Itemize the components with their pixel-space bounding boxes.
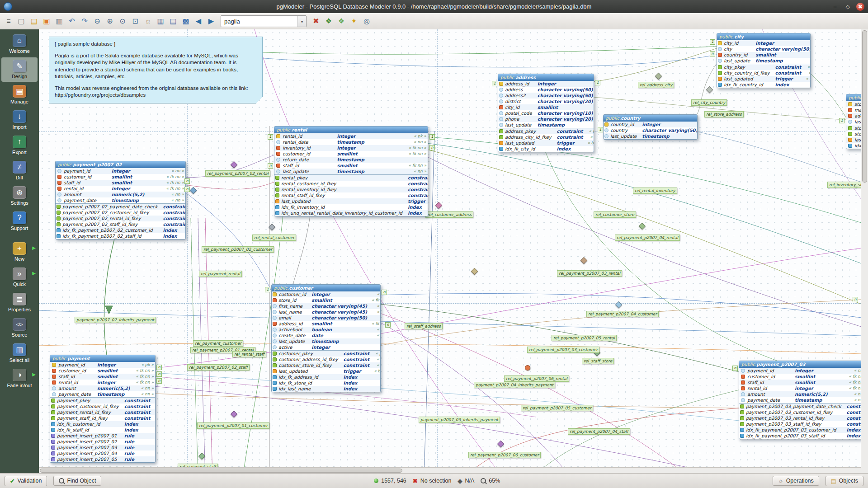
constraint-row-last_updated[interactable]: last_updatedtrigger« b u » — [274, 198, 428, 204]
constraint-row-payment_staff_id_fkey[interactable]: payment_staff_id_fkeyconstraint« fk » — [50, 415, 156, 421]
relationship-diamond[interactable] — [639, 223, 646, 230]
sidebar-item-manage[interactable]: ▤Manage — [1, 83, 38, 107]
column-row-address_id[interactable]: address_idsmallint« fk nn » — [846, 113, 861, 119]
relationship-diamond[interactable] — [615, 301, 623, 309]
vertical-scrollbar-thumb[interactable] — [862, 30, 867, 183]
relationship-diamond[interactable] — [580, 257, 588, 264]
table-header-city[interactable]: public.city — [717, 33, 810, 40]
constraint-row-idx_fk_payment_p2007_03_staff_id[interactable]: idx_fk_payment_p2007_03_staff_idindex — [739, 433, 861, 439]
relationship-diamond[interactable] — [190, 187, 197, 194]
constraint-row-payment_insert_p2007_02[interactable]: payment_insert_p2007_02rule« i i » — [50, 439, 156, 445]
table-rental[interactable]: public.rentalrental_idinteger« pk »renta… — [274, 126, 428, 216]
table-header-payment_p2007_02[interactable]: public.payment_p2007_02 — [56, 161, 185, 168]
zoom-original-button[interactable]: ⊙ — [117, 15, 128, 27]
relationship-label-rel_customer_store[interactable]: rel_customer_store — [594, 211, 636, 218]
relationship-label-rel_staff_store[interactable]: rel_staff_store — [582, 358, 614, 364]
relationship-label-rel_payment_p2007_03_customer[interactable]: rel_payment_p2007_03_customer — [527, 347, 599, 353]
model-note[interactable]: [ pagila sample database ]Pagila is a po… — [49, 37, 263, 103]
constraint-row-payment_pkey[interactable]: payment_pkeyconstraint« pk » — [50, 398, 156, 404]
constraint-row-rental_staff_id_fkey[interactable]: rental_staff_id_fkeyconstraint« fk » — [274, 192, 428, 198]
column-row-address2[interactable]: address2character varying(50) — [498, 93, 594, 99]
relationship-diamond[interactable] — [231, 161, 238, 169]
column-row-last_update[interactable]: last_updatetimestamp« nn » — [604, 133, 698, 139]
horizontal-scrollbar[interactable] — [39, 467, 861, 474]
constraint-row-address_pkey[interactable]: address_pkeyconstraint« pk » — [498, 128, 594, 134]
relationship-label-rel_payment_p2007_04_customer[interactable]: rel_payment_p2007_04_customer — [586, 311, 659, 317]
sidebar-item-import[interactable]: ↓Import — [1, 108, 38, 132]
column-row-country_id[interactable]: country_idinteger« pk » — [604, 122, 698, 127]
table-header-address[interactable]: public.address — [498, 74, 594, 81]
constraint-row-payment_p2007_03_payment_date_check[interactable]: payment_p2007_03_payment_date_checkconst… — [739, 404, 861, 409]
relationship-label-payment_p2007_03_inherits_payment[interactable]: payment_p2007_03_inherits_payment — [419, 417, 500, 423]
constraint-row-idx_fk_payment_p2007_03_customer_id[interactable]: idx_fk_payment_p2007_03_customer_idindex — [739, 427, 861, 433]
column-row-payment_date[interactable]: payment_datetimestamp« nn » — [739, 397, 861, 403]
column-row-amount[interactable]: amountnumeric(5,2)« nn » — [739, 391, 861, 397]
undo-button[interactable]: ↶ — [66, 15, 78, 27]
table-header-country[interactable]: public.country — [604, 115, 697, 122]
column-row-customer_id[interactable]: customer_idsmallint« fk nn » — [274, 151, 428, 157]
table-header-payment_p2007_03[interactable]: public.payment_p2007_03 — [739, 361, 861, 368]
constraint-row-last_updated[interactable]: last_updatedtrigger« b u » — [717, 76, 811, 82]
relationship-diamond[interactable] — [269, 224, 276, 231]
column-row-return_date[interactable]: return_datetimestamp — [274, 157, 428, 163]
constraint-row-idx_fk_staff_id[interactable]: idx_fk_staff_idindex« i i » — [50, 427, 156, 433]
objects-button[interactable]: ▤ Objects — [826, 476, 863, 486]
column-row-amount[interactable]: amountnumeric(5,2)« nn » — [56, 192, 185, 197]
relationship-label-rel_staff_address[interactable]: rel_staff_address — [405, 323, 443, 329]
relationship-label-rel_payment_p2007_05_customer[interactable]: rel_payment_p2007_05_customer — [521, 405, 593, 411]
table-payment[interactable]: public.paymentpayment_idinteger« pk »cus… — [50, 355, 156, 463]
constraint-row-payment_p2007_02_staff_id_fkey[interactable]: payment_p2007_02_staff_id_fkeyconstraint… — [56, 221, 186, 227]
constraint-row-idx_unq_rental_rental_date_inventory_id_customer_id[interactable]: idx_unq_rental_rental_date_inventory_id_… — [274, 210, 428, 216]
constraint-row-idx_fk_country_id[interactable]: idx_fk_country_idindex — [717, 82, 811, 88]
constraint-row-last_updated[interactable]: last_updatedtrigger« b u » — [846, 137, 861, 143]
plugin-config-button[interactable]: ❖ — [335, 15, 347, 27]
constraint-row-idx_fk_inventory_id[interactable]: idx_fk_inventory_idindex — [274, 204, 428, 210]
model-canvas[interactable]: rel_address_cityrel_city_countryrel_stor… — [39, 29, 861, 474]
constraint-row-payment_insert_p2007_05[interactable]: payment_insert_p2007_05rule« i i » — [50, 456, 156, 462]
column-row-address_id[interactable]: address_idsmallint« fk nn » — [272, 321, 381, 327]
column-row-rental_id[interactable]: rental_idinteger« fk nn » — [56, 186, 185, 192]
column-row-staff_id[interactable]: staff_idsmallint« fk nn » — [56, 180, 185, 186]
plugins-button[interactable]: ❖ — [323, 15, 335, 27]
relationship-label-rel_payment_rental[interactable]: rel_payment_rental — [199, 271, 242, 277]
constraint-row-customer_pkey[interactable]: customer_pkeyconstraint« pk » — [272, 351, 381, 357]
column-row-customer_id[interactable]: customer_idsmallint« fk nn » — [50, 368, 155, 374]
table-header-store[interactable]: public.store — [846, 94, 861, 101]
column-row-first_name[interactable]: first_namecharacter varying(45)« nn » — [272, 303, 381, 309]
relationship-label-rel_customer_address[interactable]: rel_customer_address — [425, 211, 473, 218]
column-row-postal_code[interactable]: postal_codecharacter varying(10) — [498, 110, 594, 116]
sidebar-item-source[interactable]: </>Source — [1, 316, 38, 340]
constraint-row-rental_customer_id_fkey[interactable]: rental_customer_id_fkeyconstraint« fk » — [274, 181, 428, 187]
column-row-staff_id[interactable]: staff_idsmallint« fk nn » — [50, 374, 155, 380]
column-row-customer_id[interactable]: customer_idinteger« pk » — [272, 291, 381, 297]
sql-tool-button[interactable]: ◎ — [361, 15, 373, 27]
relationship-diamond[interactable] — [198, 453, 206, 460]
table-header-payment[interactable]: public.payment — [50, 355, 155, 362]
column-row-last_update[interactable]: last_updatetimestamp« nn » — [846, 119, 861, 125]
relationship-label-rel_city_country[interactable]: rel_city_country — [691, 99, 727, 106]
constraint-row-idx_fk_payment_p2007_02_customer_id[interactable]: idx_fk_payment_p2007_02_customer_idindex — [56, 227, 186, 233]
previous-model-button[interactable]: ◀ — [193, 15, 204, 27]
relationship-label-rel_payment_customer[interactable]: rel_payment_customer — [193, 340, 243, 347]
constraint-row-store_manager_staff_id_fkey[interactable]: store_manager_staff_id_fkeyconstraint« f… — [846, 131, 861, 137]
column-row-staff_id[interactable]: staff_idsmallint« fk nn » — [739, 380, 861, 385]
constraint-row-payment_insert_p2007_03[interactable]: payment_insert_p2007_03rule« i i » — [50, 445, 156, 450]
column-row-active[interactable]: activeinteger — [272, 344, 381, 350]
find-object-button[interactable]: Find Object — [53, 476, 101, 486]
operations-button[interactable]: ☼ Operations — [773, 476, 819, 486]
column-row-customer_id[interactable]: customer_idsmallint« fk nn » — [739, 374, 861, 380]
zoom-in-button[interactable]: ⊕ — [104, 15, 116, 27]
relationship-label-rel_store_address[interactable]: rel_store_address — [704, 111, 744, 117]
sidebar-item-design[interactable]: ✎Design — [1, 57, 38, 82]
sidebar-item-welcome[interactable]: ⌂Welcome — [1, 32, 38, 56]
sidebar-item-diff[interactable]: ≠Diff — [1, 159, 38, 183]
column-row-last_update[interactable]: last_updatetimestamp — [272, 338, 381, 344]
new-model-button[interactable]: ▢ — [15, 15, 27, 27]
constraint-row-idx_fk_payment_p2007_02_staff_id[interactable]: idx_fk_payment_p2007_02_staff_idindex — [56, 233, 186, 239]
column-row-phone[interactable]: phonecharacter varying(20)« nn » — [498, 116, 594, 122]
column-row-amount[interactable]: amountnumeric(5,2)« nn » — [50, 385, 155, 391]
column-row-last_name[interactable]: last_namecharacter varying(45)« nn » — [272, 309, 381, 315]
relationship-label-rel_payment_p2007_03_rental[interactable]: rel_payment_p2007_03_rental — [557, 270, 622, 277]
redo-button[interactable]: ↷ — [79, 15, 90, 27]
best-fit-button[interactable]: ⊡ — [129, 15, 141, 27]
